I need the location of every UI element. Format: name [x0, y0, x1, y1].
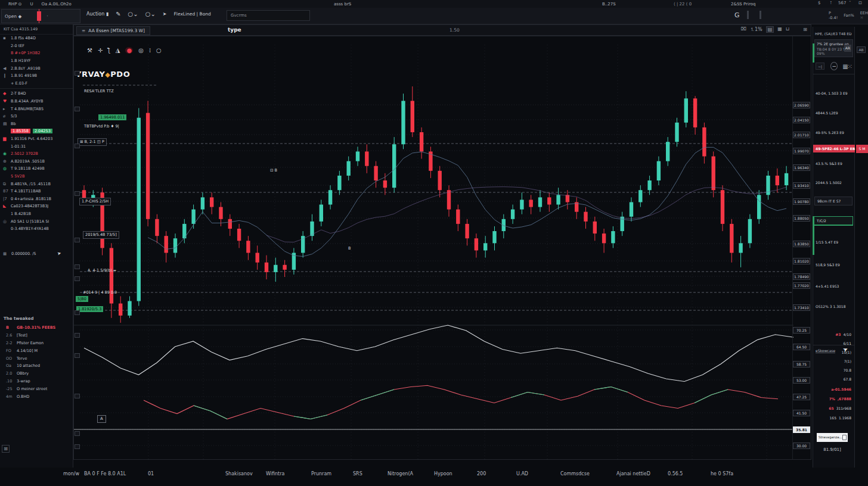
navigator-item[interactable]: .103-wrap: [0, 378, 73, 385]
watchlist-row[interactable]: ◀2.B.8sY .A919B: [0, 64, 73, 72]
data-window-row[interactable]: ▦ 0.000000. /S: [0, 250, 73, 258]
sell-price-row[interactable]: 49-5P82-46 L-3P EB: [813, 145, 855, 152]
navigator-item[interactable]: 2.6[Test]: [0, 332, 73, 339]
card-icon[interactable]: AR: [844, 45, 851, 52]
quote-row[interactable]: 518,9 5&3 E9: [813, 261, 855, 269]
quote-row[interactable]: 1/15 5.4T E9: [813, 238, 855, 246]
shape-circle-icon[interactable]: ○⌄: [128, 11, 138, 17]
chart-watermark: YRVAY◆PDO: [76, 70, 130, 79]
watchlist-row[interactable]: 2-0 tEF: [0, 42, 73, 50]
watchlist-row[interactable]: ◍T 9.1B11B 4249B: [0, 165, 73, 173]
watchlist-row[interactable]: 0-3.4BYB1Y-4YA14B: [0, 225, 73, 233]
ab-toggle[interactable]: AB: [857, 46, 866, 53]
symbol-caret[interactable]: ᛫: [46, 14, 49, 19]
watchlist-row[interactable]: ◎A0 5A1 U [51B1A 5I: [0, 217, 73, 225]
watchlist-row[interactable]: 1 B.42B1B: [0, 210, 73, 218]
bottom-left-widget-icon[interactable]: ⊞: [2, 445, 10, 453]
pencil-icon[interactable]: ✎: [116, 11, 120, 17]
quote-row[interactable]: 2044.5 1.5002: [813, 179, 855, 186]
navigator-item[interactable]: 2.0OBbry: [0, 370, 73, 378]
chart-tool-icon[interactable]: ●: [125, 47, 133, 54]
watchlist-row[interactable]: ▆1.91316 Pvt. 4.64203: [0, 135, 73, 143]
watchlist-row[interactable]: ⧉B.4B1YA, /15 .4511B: [0, 180, 73, 188]
decrease-button[interactable]: −: [830, 62, 838, 70]
symbol-icon: ❙: [3, 73, 11, 78]
panel-layout-icon[interactable]: ▤: [766, 26, 774, 33]
menubar-icon[interactable]: ⊡: [858, 1, 862, 5]
quote-row[interactable]: 40-04, 1.503 3 E9: [813, 89, 855, 97]
symbol-selector[interactable]: Open ◆ ᛫: [1, 9, 80, 23]
chart-panel[interactable]: ⚒✛ƪ◮●◎⁞○ YRVAY◆PDO RESA'TLER TTZ1.96498.…: [73, 36, 811, 460]
order-info-card[interactable]: 7% 2E grantee an TB:04 8 0Y 23 T03 09% A…: [814, 39, 853, 57]
percent-icon[interactable]: ⒈1%: [750, 26, 762, 33]
menubar-icon[interactable]: ˄: [849, 1, 851, 5]
chart-tool-icon[interactable]: ○: [156, 47, 162, 54]
navigator-item[interactable]: OOTerve: [0, 354, 73, 362]
watchlist-row[interactable]: |70 4+artesia .B1B11B: [0, 195, 73, 202]
chart-tool-icon[interactable]: ⁞: [149, 47, 151, 54]
price-axis[interactable]: 2.065902.041502.017101.990701.963401.934…: [792, 36, 811, 460]
chart-annotation: TBTBPvtd P.b ♦ 9|: [84, 124, 119, 129]
time-axis[interactable]: mon/wBA 0 F Fe 8.0 A1L01ShakisanovWifint…: [73, 468, 811, 481]
watchlist-row[interactable]: ▸T 4.BNUMB|TAB5: [0, 105, 73, 113]
navigator-item[interactable]: 4mO.BHD: [0, 392, 73, 400]
shape-circle-icon[interactable]: ○⌄: [145, 11, 156, 17]
watchlist-row[interactable]: 87T 4.1B1T11BAB: [0, 188, 73, 195]
g-icon[interactable]: G: [734, 11, 740, 19]
watchlist-row[interactable]: B #+0P 1H3B2: [0, 49, 73, 57]
quote-row[interactable]: 4+5.41 E9S3: [813, 282, 855, 290]
navigator-item[interactable]: FO4.14/10] M: [0, 347, 73, 354]
order-comment-input[interactable]: Stravaganza…: [817, 433, 848, 442]
navigator-item[interactable]: -25O meiner street: [0, 385, 73, 392]
chart-tool-icon[interactable]: ◎: [138, 47, 144, 54]
watchlist-row[interactable]: ◆2-T B4D: [0, 90, 73, 98]
timeframe-dropdown[interactable]: Auction ▮: [86, 11, 108, 17]
menubar-icon[interactable]: $: [818, 1, 820, 5]
watchlist-row[interactable]: ⌀5/3: [0, 113, 73, 120]
menubar-icon[interactable]: ⊺: [830, 1, 832, 5]
watchlist-row[interactable]: ◉2.5012 3702B: [0, 150, 73, 158]
watchlist-row[interactable]: ♥B.B.434A .AY0YB: [0, 98, 73, 105]
chart-tab[interactable]: ≡ AA Essen [MTAS199.3 W]: [76, 26, 150, 35]
copy-icon[interactable]: [842, 435, 847, 440]
quote-row[interactable]: 4844.5 L2E9: [813, 109, 855, 117]
cursor-tool-icon[interactable]: ➤: [163, 11, 167, 17]
chart-tool-icon[interactable]: ƪ: [108, 47, 110, 54]
candlestick-chart[interactable]: [74, 36, 811, 460]
watchlist-row[interactable]: ▪1.8 f5s 4B4D: [0, 35, 73, 42]
menu-item[interactable]: Oa A.0IL.Oh2o: [42, 2, 72, 7]
dock-icon[interactable]: ⊔: [786, 26, 789, 33]
watchlist-row[interactable]: 1-01:31: [0, 142, 73, 150]
search-input[interactable]: Gvcrms: [227, 10, 310, 21]
watchlist-row[interactable]: 5 5V2B: [0, 173, 73, 180]
quote-row[interactable]: 98cm IT E S7: [814, 197, 852, 205]
watchlist-row[interactable]: 1.B H19YF: [0, 57, 73, 65]
navigator-item[interactable]: BGB-10.31% FEEBS: [0, 324, 73, 332]
buy-price-row[interactable]: T/C/2: [814, 216, 853, 226]
quote-row[interactable]: OS12% 3 1.3018: [813, 303, 855, 310]
lot-dropdown[interactable]: ~|: [816, 63, 824, 70]
camera-icon[interactable]: ⌧: [741, 26, 746, 33]
watchlist-row[interactable]: 1.853582.04253: [0, 127, 73, 135]
navigator-item[interactable]: Oa10 attached: [0, 362, 73, 370]
watchlist-row[interactable]: + E.03-F: [0, 80, 73, 88]
menu-item[interactable]: U: [30, 2, 33, 7]
chart-annotation: A. 4-1,5/9(b).=: [88, 268, 116, 273]
quote-row[interactable]: 49-5% 5.2E3 E9: [813, 129, 855, 136]
watchlist-row[interactable]: ❙1.B.91 4919B: [0, 72, 73, 80]
axis-price-label: 53.00: [793, 377, 810, 384]
menu-item[interactable]: RHP ⊙: [8, 2, 21, 7]
dice-grid-icon[interactable]: ▦⁙: [842, 63, 852, 70]
navigator-item[interactable]: 2-2Pfister Eamon: [0, 339, 73, 347]
watchlist-row[interactable]: ◣Ca023-4B42BT3B3J: [0, 202, 73, 210]
watchlist-row[interactable]: ⊕A.B2019A .5051B: [0, 158, 73, 166]
chart-tool-icon[interactable]: ⚒: [87, 47, 92, 54]
line-tools-label[interactable]: FlexLined | Bond: [174, 11, 211, 17]
quote-row[interactable]: 43.5.% 5&3 E9: [813, 160, 855, 167]
chart-tool-icon[interactable]: ✛: [98, 47, 103, 54]
place-order-button[interactable]: 81.9/01]: [817, 447, 848, 452]
chart-tool-icon[interactable]: ◮: [116, 47, 120, 54]
grid-layout-icon[interactable]: ▦: [777, 26, 782, 33]
watchlist-row[interactable]: ▤Bb: [0, 120, 73, 128]
expand-icon[interactable]: ⊞: [803, 27, 807, 32]
